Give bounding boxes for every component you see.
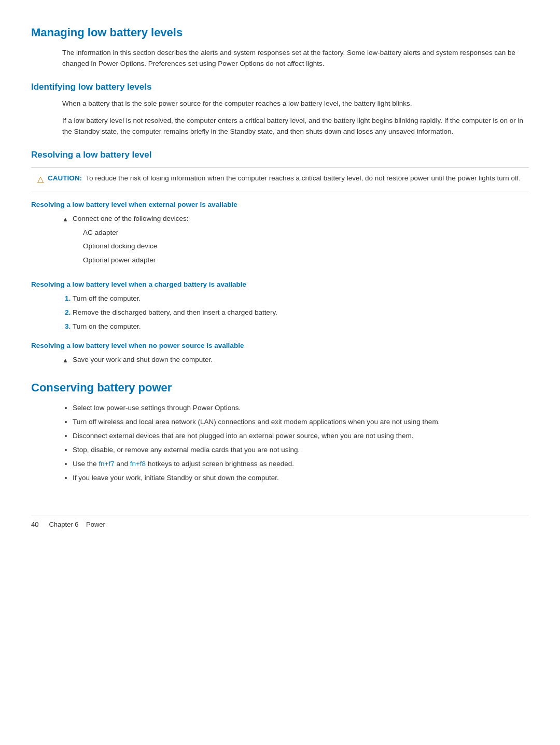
caution-content: CAUTION: To reduce the risk of losing in… [48,173,521,184]
sub-bullet-list: AC adapter Optional docking device Optio… [83,228,189,266]
sub-bullet-item-ac: AC adapter [83,228,189,238]
sub-bullet-item-power-adapter: Optional power adapter [83,255,189,266]
caution-body-text: To reduce the risk of losing information… [86,174,521,182]
sub-bullet-item-docking: Optional docking device [83,241,189,252]
footer-chapter-title: Power [86,521,105,528]
section-title-managing: Managing low battery levels [31,26,529,39]
footer-page-number: 40 [31,521,38,528]
footer-chapter-label: Chapter 6 [49,521,78,528]
charged-battery-ordered-list: Turn off the computer. Remove the discha… [73,293,529,332]
triangle-bullet-icon: ▲ [62,215,68,224]
section-title-conserving: Conserving battery power [31,381,529,395]
subsection-title-identifying: Identifying low battery levels [31,82,529,92]
conserving-bullet-4: Stop, disable, or remove any external me… [73,445,529,456]
fn-f8-link[interactable]: fn+f8 [130,460,146,468]
page-footer: 40 Chapter 6 Power [31,515,529,528]
conserving-bullet-list: Select low power-use settings through Po… [73,403,529,484]
conserving-bullet-2: Turn off wireless and local area network… [73,417,529,428]
sub-subsection-no-power: Resolving a low battery level when no po… [31,342,529,349]
external-power-triangle-list: ▲ Connect one of the following devices: … [62,214,529,272]
page-content: Managing low battery levels The informat… [31,26,529,528]
triangle-bullet-icon-2: ▲ [62,356,68,366]
caution-triangle-icon: △ [37,173,44,186]
no-power-triangle-item: ▲ Save your work and shut down the compu… [62,355,529,366]
ordered-item-1: Turn off the computer. [73,293,529,304]
conserving-bullet-3: Disconnect external devices that are not… [73,431,529,442]
identifying-para-2: If a low battery level is not resolved, … [62,116,529,137]
footer-chapter: Chapter 6 Power [49,521,105,528]
section-intro: The information in this section describe… [62,48,529,69]
triangle-item-text: Connect one of the following devices: [73,215,189,222]
conserving-bullet-5: Use the fn+f7 and fn+f8 hotkeys to adjus… [73,459,529,470]
subsection-title-resolving: Resolving a low battery level [31,150,529,160]
identifying-para-1: When a battery that is the sole power so… [62,99,529,109]
triangle-item-content: Connect one of the following devices: AC… [73,214,189,272]
ordered-item-3: Turn on the computer. [73,321,529,332]
ordered-item-2: Remove the discharged battery, and then … [73,307,529,318]
conserving-bullet-6: If you leave your work, initiate Standby… [73,473,529,484]
caution-label: CAUTION: [48,174,82,182]
sub-subsection-external-power: Resolving a low battery level when exter… [31,201,529,208]
sub-subsection-charged-battery: Resolving a low battery level when a cha… [31,280,529,288]
no-power-triangle-list: ▲ Save your work and shut down the compu… [62,355,529,366]
no-power-text: Save your work and shut down the compute… [73,355,213,366]
triangle-list-item: ▲ Connect one of the following devices: … [62,214,529,272]
fn-f7-link[interactable]: fn+f7 [99,460,114,468]
conserving-bullet-1: Select low power-use settings through Po… [73,403,529,414]
caution-box: △ CAUTION: To reduce the risk of losing … [31,167,529,191]
